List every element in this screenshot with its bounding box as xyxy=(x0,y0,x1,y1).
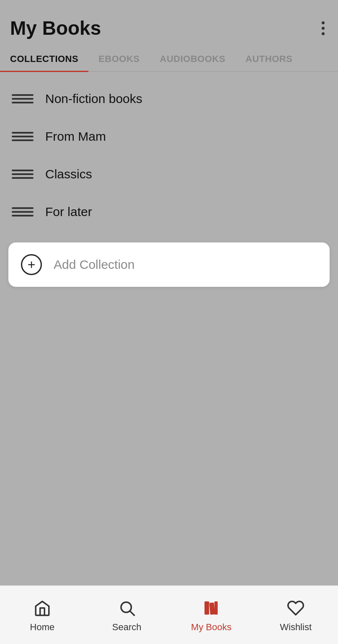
svg-rect-2 xyxy=(205,601,209,614)
collection-item-non-fiction[interactable]: Non-fiction books xyxy=(0,80,338,118)
collection-drag-icon xyxy=(12,170,34,179)
tab-ebooks[interactable]: EBOOKS xyxy=(88,46,150,71)
nav-mybooks-label: My Books xyxy=(191,622,232,633)
page-title: My Books xyxy=(10,17,101,39)
collection-drag-icon xyxy=(12,94,34,103)
search-icon xyxy=(116,598,137,618)
nav-search-label: Search xyxy=(112,622,142,633)
tab-audiobooks[interactable]: AUDIOBOOKS xyxy=(150,46,236,71)
nav-wishlist-label: Wishlist xyxy=(280,622,312,633)
collection-drag-icon xyxy=(12,132,34,141)
more-options-button[interactable] xyxy=(318,18,328,39)
mybooks-icon xyxy=(201,598,222,618)
collection-item-classics[interactable]: Classics xyxy=(0,155,338,193)
collection-name: For later xyxy=(45,205,92,219)
collection-name: Classics xyxy=(45,167,92,181)
collection-name: Non-fiction books xyxy=(45,92,142,106)
collection-item-for-later[interactable]: For later xyxy=(0,193,338,231)
nav-search[interactable]: Search xyxy=(85,598,169,633)
tab-bar: COLLECTIONS EBOOKS AUDIOBOOKS AUTHORS xyxy=(0,46,338,72)
add-collection-label: Add Collection xyxy=(54,258,134,272)
svg-rect-4 xyxy=(214,601,218,614)
svg-rect-3 xyxy=(209,602,215,614)
wishlist-icon xyxy=(285,598,306,618)
collection-drag-icon xyxy=(12,207,34,216)
svg-line-1 xyxy=(130,611,134,615)
tab-authors[interactable]: AUTHORS xyxy=(235,46,302,71)
home-icon xyxy=(32,598,53,618)
collection-name: From Mam xyxy=(45,129,106,144)
add-collection-button[interactable]: Add Collection xyxy=(8,242,330,287)
header: My Books xyxy=(0,0,338,39)
nav-home[interactable]: Home xyxy=(0,598,85,633)
collection-item-from-mam[interactable]: From Mam xyxy=(0,118,338,155)
bottom-nav: Home Search My Books Wishlist xyxy=(0,585,338,644)
collections-list: Non-fiction books From Mam Classics For … xyxy=(0,72,338,239)
nav-wishlist[interactable]: Wishlist xyxy=(253,598,338,633)
tab-collections[interactable]: COLLECTIONS xyxy=(0,46,88,71)
add-circle-icon xyxy=(21,254,42,275)
nav-home-label: Home xyxy=(30,622,55,633)
nav-mybooks[interactable]: My Books xyxy=(169,598,254,633)
